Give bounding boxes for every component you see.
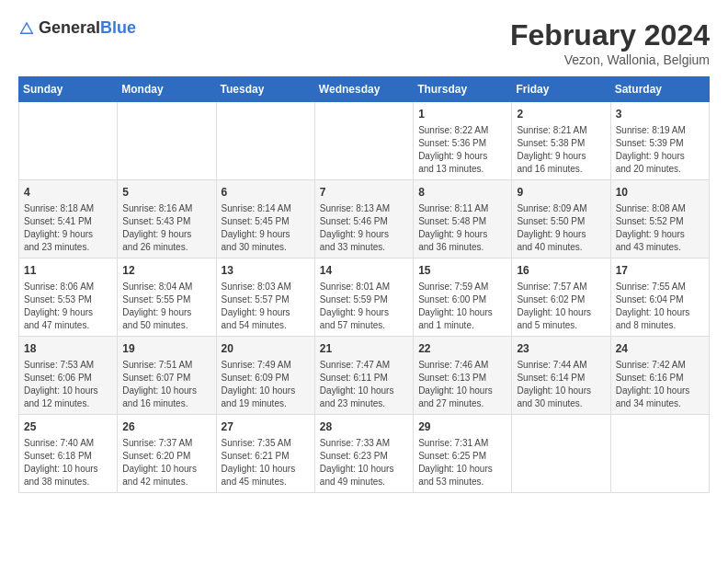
day-info: Sunrise: 8:08 AM Sunset: 5:52 PM Dayligh… [616,202,704,254]
calendar-cell: 10Sunrise: 8:08 AM Sunset: 5:52 PM Dayli… [610,180,709,259]
calendar-cell [314,102,413,180]
day-number: 14 [320,262,408,279]
calendar-cell: 17Sunrise: 7:55 AM Sunset: 6:04 PM Dayli… [610,259,709,337]
day-number: 10 [616,184,704,201]
col-saturday: Saturday [610,77,709,102]
day-info: Sunrise: 8:19 AM Sunset: 5:39 PM Dayligh… [616,124,704,176]
day-info: Sunrise: 8:21 AM Sunset: 5:38 PM Dayligh… [517,124,605,176]
day-number: 22 [418,340,506,357]
day-info: Sunrise: 8:16 AM Sunset: 5:43 PM Dayligh… [122,202,210,254]
calendar-cell: 8Sunrise: 8:11 AM Sunset: 5:48 PM Daylig… [414,180,512,259]
day-number: 17 [616,262,704,279]
day-number: 21 [320,340,408,357]
header-row: Sunday Monday Tuesday Wednesday Thursday… [19,77,710,102]
day-info: Sunrise: 7:35 AM Sunset: 6:21 PM Dayligh… [222,437,310,488]
day-number: 8 [418,184,506,201]
col-thursday: Thursday [414,77,512,102]
col-sunday: Sunday [19,77,118,102]
week-row-0: 1Sunrise: 8:22 AM Sunset: 5:36 PM Daylig… [19,102,710,180]
calendar-cell: 19Sunrise: 7:51 AM Sunset: 6:07 PM Dayli… [118,337,216,415]
day-info: Sunrise: 7:44 AM Sunset: 6:14 PM Dayligh… [517,359,605,410]
calendar-cell: 14Sunrise: 8:01 AM Sunset: 5:59 PM Dayli… [314,259,413,337]
calendar-header: Sunday Monday Tuesday Wednesday Thursday… [19,77,710,102]
day-info: Sunrise: 8:04 AM Sunset: 5:55 PM Dayligh… [122,281,210,332]
calendar-cell: 5Sunrise: 8:16 AM Sunset: 5:43 PM Daylig… [118,180,216,259]
logo-icon [18,20,35,37]
calendar-cell [216,102,314,180]
day-number: 12 [122,262,210,279]
calendar-cell: 26Sunrise: 7:37 AM Sunset: 6:20 PM Dayli… [118,415,216,493]
day-number: 20 [222,340,310,357]
day-number: 28 [320,419,408,435]
day-info: Sunrise: 7:40 AM Sunset: 6:18 PM Dayligh… [24,437,112,488]
day-number: 7 [320,184,408,201]
calendar-cell: 2Sunrise: 8:21 AM Sunset: 5:38 PM Daylig… [512,102,610,180]
day-number: 25 [24,419,112,435]
calendar-cell: 28Sunrise: 7:33 AM Sunset: 6:23 PM Dayli… [314,415,413,493]
col-friday: Friday [512,77,610,102]
day-info: Sunrise: 7:51 AM Sunset: 6:07 PM Dayligh… [122,359,210,410]
logo-general-text: General [39,18,100,37]
calendar-cell: 3Sunrise: 8:19 AM Sunset: 5:39 PM Daylig… [610,102,709,180]
day-info: Sunrise: 7:47 AM Sunset: 6:11 PM Dayligh… [320,359,408,410]
day-number: 23 [517,340,605,357]
day-info: Sunrise: 8:13 AM Sunset: 5:46 PM Dayligh… [320,202,408,254]
day-number: 27 [222,419,310,435]
day-number: 11 [24,262,112,279]
day-info: Sunrise: 8:01 AM Sunset: 5:59 PM Dayligh… [320,281,408,332]
day-number: 15 [418,262,506,279]
calendar-cell: 21Sunrise: 7:47 AM Sunset: 6:11 PM Dayli… [314,337,413,415]
calendar-cell: 9Sunrise: 8:09 AM Sunset: 5:50 PM Daylig… [512,180,610,259]
calendar-cell: 29Sunrise: 7:31 AM Sunset: 6:25 PM Dayli… [414,415,512,493]
day-info: Sunrise: 8:18 AM Sunset: 5:41 PM Dayligh… [24,202,112,254]
col-tuesday: Tuesday [216,77,314,102]
day-info: Sunrise: 8:03 AM Sunset: 5:57 PM Dayligh… [222,281,310,332]
day-info: Sunrise: 7:49 AM Sunset: 6:09 PM Dayligh… [222,359,310,410]
calendar-cell [512,415,610,493]
calendar-cell [19,102,118,180]
day-number: 26 [122,419,210,435]
day-info: Sunrise: 7:46 AM Sunset: 6:13 PM Dayligh… [418,359,506,410]
week-row-4: 25Sunrise: 7:40 AM Sunset: 6:18 PM Dayli… [19,415,710,493]
calendar-cell: 12Sunrise: 8:04 AM Sunset: 5:55 PM Dayli… [118,259,216,337]
calendar-cell: 27Sunrise: 7:35 AM Sunset: 6:21 PM Dayli… [216,415,314,493]
day-number: 24 [616,340,704,357]
calendar-cell: 18Sunrise: 7:53 AM Sunset: 6:06 PM Dayli… [19,337,118,415]
day-number: 4 [24,184,112,201]
day-info: Sunrise: 7:31 AM Sunset: 6:25 PM Dayligh… [418,437,506,488]
day-info: Sunrise: 7:37 AM Sunset: 6:20 PM Dayligh… [122,437,210,488]
calendar-cell: 24Sunrise: 7:42 AM Sunset: 6:16 PM Dayli… [610,337,709,415]
calendar-cell: 1Sunrise: 8:22 AM Sunset: 5:36 PM Daylig… [414,102,512,180]
title-block: February 2024 Vezon, Wallonia, Belgium [510,18,710,67]
calendar-cell: 22Sunrise: 7:46 AM Sunset: 6:13 PM Dayli… [414,337,512,415]
day-number: 2 [517,106,605,122]
day-info: Sunrise: 8:14 AM Sunset: 5:45 PM Dayligh… [222,202,310,254]
day-info: Sunrise: 7:59 AM Sunset: 6:00 PM Dayligh… [418,281,506,332]
calendar-cell: 4Sunrise: 8:18 AM Sunset: 5:41 PM Daylig… [19,180,118,259]
calendar-cell: 7Sunrise: 8:13 AM Sunset: 5:46 PM Daylig… [314,180,413,259]
day-info: Sunrise: 7:33 AM Sunset: 6:23 PM Dayligh… [320,437,408,488]
day-info: Sunrise: 8:11 AM Sunset: 5:48 PM Dayligh… [418,202,506,254]
day-info: Sunrise: 8:09 AM Sunset: 5:50 PM Dayligh… [517,202,605,254]
calendar-cell: 15Sunrise: 7:59 AM Sunset: 6:00 PM Dayli… [414,259,512,337]
calendar-cell: 25Sunrise: 7:40 AM Sunset: 6:18 PM Dayli… [19,415,118,493]
day-number: 19 [122,340,210,357]
location-subtitle: Vezon, Wallonia, Belgium [510,52,710,67]
calendar-cell [118,102,216,180]
calendar-body: 1Sunrise: 8:22 AM Sunset: 5:36 PM Daylig… [19,102,710,493]
logo-blue-text: Blue [100,18,136,37]
calendar-cell: 16Sunrise: 7:57 AM Sunset: 6:02 PM Dayli… [512,259,610,337]
calendar-cell: 20Sunrise: 7:49 AM Sunset: 6:09 PM Dayli… [216,337,314,415]
day-number: 3 [616,106,704,122]
day-info: Sunrise: 7:42 AM Sunset: 6:16 PM Dayligh… [616,359,704,410]
day-info: Sunrise: 7:55 AM Sunset: 6:04 PM Dayligh… [616,281,704,332]
calendar-cell: 6Sunrise: 8:14 AM Sunset: 5:45 PM Daylig… [216,180,314,259]
day-info: Sunrise: 7:57 AM Sunset: 6:02 PM Dayligh… [517,281,605,332]
day-number: 13 [222,262,310,279]
calendar-cell: 13Sunrise: 8:03 AM Sunset: 5:57 PM Dayli… [216,259,314,337]
calendar-table: Sunday Monday Tuesday Wednesday Thursday… [18,76,710,493]
calendar-cell [610,415,709,493]
week-row-2: 11Sunrise: 8:06 AM Sunset: 5:53 PM Dayli… [19,259,710,337]
week-row-3: 18Sunrise: 7:53 AM Sunset: 6:06 PM Dayli… [19,337,710,415]
day-number: 16 [517,262,605,279]
